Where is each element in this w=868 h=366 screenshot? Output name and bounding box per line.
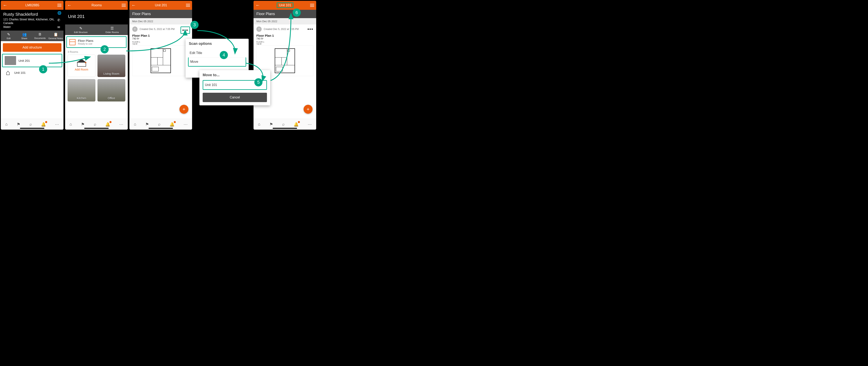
nav-more-icon[interactable]: ⋯ bbox=[119, 122, 123, 127]
customer-header: Rusty Shackleford 121 Charles Street Wes… bbox=[1, 10, 63, 31]
unit-label: Unit 101 bbox=[14, 71, 26, 75]
step-badge-3: 3 bbox=[190, 21, 198, 29]
nav-bell-icon[interactable]: 🔔 bbox=[169, 122, 175, 127]
add-structure-button[interactable]: Add structure bbox=[3, 43, 61, 52]
screen-floor-plans-201: ← Unit 201 Floor Plans Mon Dec 05 2022 T… bbox=[129, 1, 192, 130]
svg-rect-7 bbox=[275, 49, 295, 73]
created-row: T Created Dec 5, 2022 at 7:05 PM ••• bbox=[253, 24, 316, 34]
contact-icons: 🌐 ✆ ✉ bbox=[57, 11, 61, 29]
mail-icon[interactable]: ✉ bbox=[57, 25, 61, 29]
topbar: ← Unit 201 bbox=[129, 1, 192, 10]
floor-plan-title: Floor Plan 1 bbox=[253, 34, 316, 37]
step-badge-2: 2 bbox=[100, 45, 108, 53]
nav-search-icon[interactable]: ⌕ bbox=[158, 122, 160, 126]
more-menu-icon[interactable]: ••• bbox=[181, 27, 190, 34]
house-icon: ⌂ bbox=[3, 69, 12, 76]
home-indicator bbox=[273, 128, 297, 129]
unit-row-201[interactable]: Unit 201 bbox=[2, 54, 62, 67]
nav-search-icon[interactable]: ⌕ bbox=[94, 122, 96, 126]
floor-plan-image[interactable] bbox=[132, 46, 189, 76]
avatar: T bbox=[256, 27, 262, 32]
room-card-kitchen[interactable]: Kitchen bbox=[67, 79, 95, 102]
nav-home-icon[interactable]: ⌂ bbox=[258, 122, 260, 126]
floor-plans-row[interactable]: Floor Plans Ready to use bbox=[66, 36, 127, 48]
home-indicator bbox=[84, 128, 108, 129]
action-edit[interactable]: ✎Edit bbox=[1, 31, 17, 41]
documents-icon: 🗎 bbox=[32, 32, 48, 36]
floor-plan-caption-1: FLOOR 1 bbox=[253, 40, 316, 43]
badge-dot bbox=[298, 121, 300, 123]
back-arrow-icon[interactable]: ← bbox=[67, 3, 72, 8]
badge-dot bbox=[174, 121, 176, 123]
floor-plan-icon bbox=[69, 39, 75, 45]
nav-home-icon[interactable]: ⌂ bbox=[5, 122, 8, 126]
customer-name: Rusty Shackleford bbox=[3, 12, 61, 17]
plus-icon: + bbox=[85, 60, 87, 65]
nav-bell-icon[interactable]: 🔔 bbox=[293, 122, 299, 127]
floor-plans-title: Floor Plans bbox=[78, 39, 93, 43]
step-badge-4: 4 bbox=[220, 51, 228, 59]
back-arrow-icon[interactable]: ← bbox=[3, 3, 7, 8]
room-card-office[interactable]: Office bbox=[97, 79, 125, 102]
floor-plan-svg bbox=[274, 48, 296, 74]
floor-plan-caption-1: FLOOR 1 bbox=[129, 40, 192, 43]
step-badge-6: 6 bbox=[292, 8, 301, 17]
nav-more-icon[interactable]: ⋯ bbox=[184, 122, 188, 127]
floor-plan-area: 740 ft² bbox=[253, 37, 316, 40]
nav-bell-icon[interactable]: 🔔 bbox=[41, 122, 46, 127]
job-actions: ✎Edit 👥Share 🗎Documents 📋General Notes bbox=[1, 31, 63, 41]
nav-search-icon[interactable]: ⌕ bbox=[30, 122, 32, 126]
screen-floor-plans-101: ← Unit 101 Floor Plans Mon Dec 05 2022 T… bbox=[253, 1, 316, 130]
created-row: T Created Dec 5, 2022 at 7:05 PM ••• bbox=[129, 24, 192, 34]
globe-icon[interactable]: 🌐 bbox=[57, 11, 61, 15]
fab-add[interactable]: + bbox=[304, 105, 313, 114]
action-edit-structure[interactable]: ✎Edit Structure bbox=[65, 24, 96, 35]
option-edit-title[interactable]: Edit Title bbox=[189, 49, 245, 57]
nav-flag-icon[interactable]: ⚑ bbox=[269, 122, 273, 127]
unit-label: Unit 201 bbox=[19, 59, 30, 62]
customer-address: 121 Charles Street West, Kitchener, ON, … bbox=[3, 18, 61, 25]
action-order-rooms[interactable]: ☰Order Rooms bbox=[96, 24, 128, 35]
unit-thumbnail bbox=[5, 56, 16, 65]
floor-plans-subtitle: Ready to use bbox=[78, 43, 93, 45]
badge-dot bbox=[45, 121, 47, 123]
topbar: ← Rooms bbox=[65, 1, 128, 10]
nav-home-icon[interactable]: ⌂ bbox=[134, 122, 136, 126]
menu-icon[interactable] bbox=[57, 4, 61, 7]
floor-plan-area: 740 ft² bbox=[129, 37, 192, 40]
add-room-card[interactable]: + Add Room bbox=[67, 55, 95, 77]
nav-more-icon[interactable]: ⋯ bbox=[308, 122, 312, 127]
svg-rect-0 bbox=[151, 49, 171, 73]
nav-flag-icon[interactable]: ⚑ bbox=[145, 122, 149, 127]
menu-icon[interactable] bbox=[186, 4, 190, 7]
svg-rect-13 bbox=[276, 67, 283, 71]
structure-actions: ✎Edit Structure ☰Order Rooms bbox=[65, 24, 128, 35]
fab-add[interactable]: + bbox=[180, 105, 188, 114]
nav-flag-icon[interactable]: ⚑ bbox=[17, 122, 20, 127]
back-arrow-icon[interactable]: ← bbox=[131, 3, 136, 8]
action-share[interactable]: 👥Share bbox=[17, 31, 32, 41]
action-general-notes[interactable]: 📋General Notes bbox=[48, 31, 63, 41]
nav-bell-icon[interactable]: 🔔 bbox=[105, 122, 110, 127]
back-arrow-icon[interactable]: ← bbox=[255, 3, 260, 8]
created-meta: Created Dec 5, 2022 at 7:05 PM bbox=[264, 28, 299, 31]
more-menu-icon[interactable]: ••• bbox=[307, 27, 314, 32]
nav-search-icon[interactable]: ⌕ bbox=[282, 122, 285, 126]
topbar-title: Rooms bbox=[72, 3, 122, 7]
nav-more-icon[interactable]: ⋯ bbox=[55, 122, 59, 127]
step-badge-1: 1 bbox=[39, 65, 47, 73]
home-indicator bbox=[149, 128, 173, 129]
svg-rect-6 bbox=[152, 67, 159, 71]
option-move[interactable]: Move bbox=[188, 57, 246, 67]
phone-icon[interactable]: ✆ bbox=[57, 18, 61, 22]
rooms-count: 3 Rooms bbox=[65, 49, 128, 55]
unit-row-101[interactable]: ⌂ Unit 101 bbox=[1, 67, 63, 78]
menu-icon[interactable] bbox=[122, 4, 126, 7]
svg-rect-5 bbox=[163, 50, 166, 52]
nav-home-icon[interactable]: ⌂ bbox=[70, 122, 72, 126]
cancel-button[interactable]: Cancel bbox=[203, 93, 267, 102]
action-documents[interactable]: 🗎Documents bbox=[32, 31, 48, 41]
nav-flag-icon[interactable]: ⚑ bbox=[81, 122, 85, 127]
room-card-living-room[interactable]: Living Room bbox=[97, 55, 125, 77]
menu-icon[interactable] bbox=[310, 4, 314, 7]
